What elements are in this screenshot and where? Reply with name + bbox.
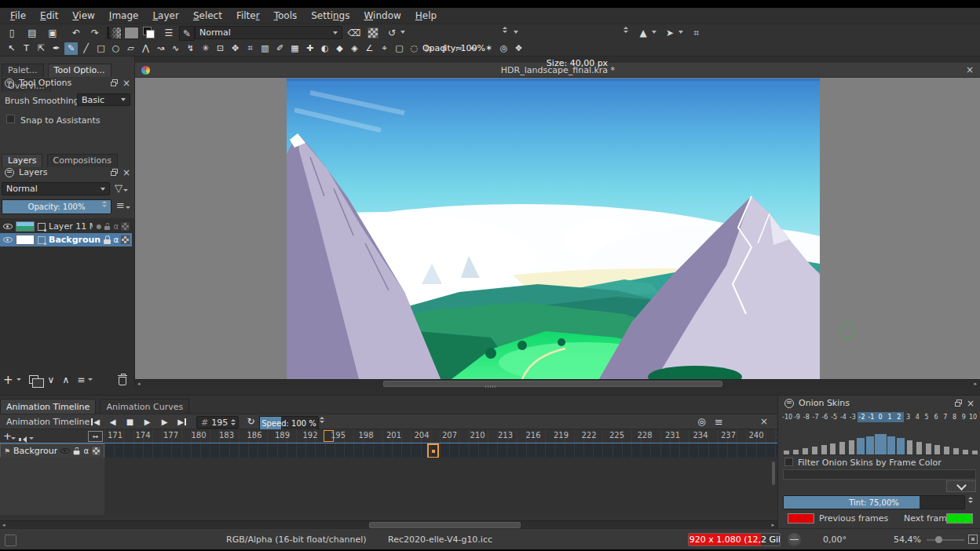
edit-shapes-tool[interactable]: ⇱	[35, 42, 48, 55]
enclose-fill-tool[interactable]: ◈	[348, 42, 361, 55]
rect-select-tool[interactable]: ▢	[393, 42, 406, 55]
gradient-tool[interactable]: ▥	[258, 42, 272, 55]
opacity-spinner[interactable]	[501, 27, 509, 33]
preserve-alpha-icon[interactable]	[368, 27, 378, 38]
ellipse-tool[interactable]: ○	[109, 42, 122, 55]
canvas-painting[interactable]	[287, 78, 820, 379]
measure-tool[interactable]: ∠	[363, 42, 376, 55]
layer-name[interactable]: Background	[49, 235, 101, 245]
brush-size-slider[interactable]: Size: 40,00 px	[532, 56, 622, 71]
horizontal-mirror-icon[interactable]: ▲	[636, 26, 650, 39]
snap-to-assistants-checkbox[interactable]	[6, 115, 15, 123]
pin-icon[interactable]: ●	[96, 223, 101, 230]
tab-animation-timeline[interactable]: Animation Timeline	[0, 399, 96, 414]
layer-opacity-slider[interactable]: Opacity: 100%	[2, 199, 112, 214]
alpha-icon[interactable]: α	[113, 235, 119, 244]
menu-image[interactable]: Image	[102, 9, 146, 23]
next-frame-button[interactable]: ▶	[157, 415, 172, 428]
play-button[interactable]: ▶	[140, 415, 155, 428]
onion-opacity-bar[interactable]	[887, 436, 895, 454]
float-docker-icon[interactable]	[955, 400, 962, 407]
onion-opacity-bar[interactable]	[866, 436, 874, 454]
canvas-only-mode-icon[interactable]	[968, 535, 978, 544]
timeline-v-scrollbar-thumb[interactable]	[772, 462, 775, 485]
frame-label[interactable]: 177	[160, 429, 188, 443]
previous-frames-swatch[interactable]	[788, 513, 814, 524]
menu-view[interactable]: View	[65, 9, 101, 23]
menu-settings[interactable]: Settings	[304, 9, 357, 23]
close-icon[interactable]: ×	[760, 417, 768, 426]
tab-compositions[interactable]: Compositions	[47, 154, 118, 167]
frame-label[interactable]: 204	[411, 429, 440, 443]
fill-tool[interactable]: ◆	[333, 42, 346, 55]
layer-visible-icon[interactable]	[3, 235, 13, 244]
crop-tool[interactable]: ⌗	[243, 42, 257, 55]
layer-name[interactable]: Layer 11 Me...	[49, 221, 93, 232]
layer-properties-button[interactable]: ≡	[77, 374, 85, 385]
layer-row-background[interactable]: Background α	[0, 233, 132, 246]
onion-frame-number[interactable]: 10	[968, 412, 978, 422]
onion-frame-number[interactable]: -10	[782, 412, 792, 422]
new-document-icon[interactable]: ▯	[5, 26, 19, 39]
blend-mode-combo[interactable]: Normal	[195, 26, 342, 39]
brush-presets-icon[interactable]: ☰	[162, 26, 176, 39]
speed-spinner[interactable]	[318, 417, 326, 423]
shape-select-tool[interactable]: ↖	[5, 42, 18, 55]
trim-icon[interactable]: ⌗	[689, 26, 704, 39]
playhead-ruler-marker[interactable]	[324, 430, 334, 442]
onion-frame-number[interactable]: 8	[950, 412, 960, 422]
frame-label[interactable]: 231	[662, 429, 690, 443]
onion-opacity-bar[interactable]	[907, 440, 912, 454]
bezier-curve-tool[interactable]: ↝	[154, 42, 167, 55]
onion-opacity-bar[interactable]	[926, 443, 931, 454]
selection-mode-icon[interactable]	[5, 535, 16, 546]
alpha-icon[interactable]: α	[113, 222, 119, 231]
onion-frame-number[interactable]: -7	[811, 412, 821, 422]
onion-opacity-bar[interactable]	[963, 450, 968, 454]
delete-layer-button[interactable]	[118, 374, 127, 385]
assistants-tool[interactable]: ⌖	[378, 42, 391, 55]
menu-file[interactable]: File	[3, 9, 33, 23]
dynamic-brush-tool[interactable]: ↯	[184, 42, 197, 55]
onion-frame-number[interactable]: 0	[876, 412, 885, 422]
frame-label[interactable]: 186	[244, 429, 272, 443]
frame-label[interactable]: 210	[467, 429, 495, 443]
onion-frame-number[interactable]: 4	[912, 412, 922, 422]
frame-label[interactable]: 174	[133, 429, 161, 443]
close-icon[interactable]: ×	[122, 168, 130, 177]
stop-button[interactable]: ■	[122, 415, 137, 428]
layer-blend-mode-combo[interactable]: Normal	[2, 182, 110, 195]
onion-opacity-bar[interactable]	[916, 442, 922, 454]
frame-label[interactable]: 198	[356, 429, 384, 443]
zoom-slider[interactable]	[927, 539, 964, 541]
layer-thumbnail[interactable]	[16, 221, 35, 232]
save-document-icon[interactable]: ▣	[46, 26, 60, 39]
float-docker-icon[interactable]	[111, 79, 118, 86]
canvas-viewport[interactable]	[135, 78, 980, 379]
filter-onion-skins-checkbox[interactable]	[784, 458, 793, 466]
frame-label[interactable]: 207	[439, 429, 467, 443]
tab-palette[interactable]: Palet...	[2, 64, 44, 77]
chevron-down-icon[interactable]	[678, 31, 683, 34]
onion-opacity-bar[interactable]	[784, 451, 789, 454]
expand-button[interactable]	[946, 480, 976, 492]
frame-label[interactable]: 189	[272, 429, 300, 443]
close-icon[interactable]: ×	[122, 78, 130, 88]
timeline-menu-icon[interactable]: ≡	[711, 415, 726, 428]
scroll-right-icon[interactable]: ▸	[974, 381, 977, 387]
playhead-track-marker[interactable]	[427, 443, 439, 458]
text-tool[interactable]: T	[20, 42, 33, 55]
track-header[interactable]: ⚑ Background α	[0, 443, 104, 458]
layer-row-paint[interactable]: Layer 11 Me... ● α	[0, 220, 132, 233]
move-layer-up-button[interactable]: ∧	[62, 374, 69, 385]
onion-opacity-bar[interactable]	[830, 443, 836, 454]
onion-opacity-bar[interactable]	[821, 445, 827, 454]
frame-label[interactable]: 213	[495, 429, 523, 443]
polygon-tool[interactable]: ▱	[124, 42, 137, 55]
pan-tool[interactable]: ❖	[512, 42, 525, 55]
previous-frame-button[interactable]: ◀	[105, 415, 120, 428]
add-layer-button[interactable]: +	[3, 373, 13, 387]
add-keyframe-button[interactable]: +	[3, 430, 12, 442]
move-tool[interactable]: ✥	[229, 42, 242, 55]
onion-frame-number[interactable]: -8	[802, 412, 811, 422]
